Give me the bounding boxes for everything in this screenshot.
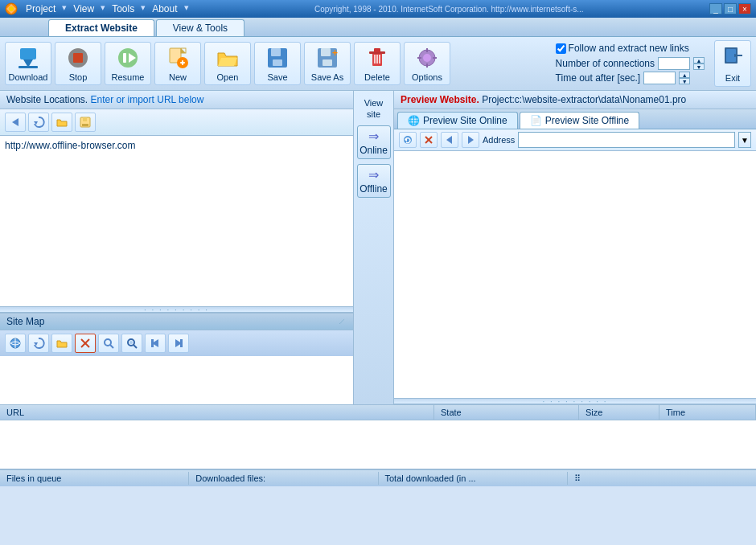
- sitemap-resize-handle[interactable]: ⟋: [337, 316, 347, 327]
- address-input[interactable]: [518, 132, 735, 148]
- menu-tools[interactable]: Tools: [107, 2, 139, 16]
- connections-row: Number of connections 9 ▲ ▼: [556, 57, 705, 70]
- preview-tabs: 🌐 Preview Site Online 📄 Preview Site Off…: [394, 109, 756, 129]
- svg-rect-8: [123, 53, 126, 63]
- delete-label: Delete: [364, 72, 390, 82]
- preview-online-icon: 🌐: [408, 115, 420, 126]
- follow-links-checkbox[interactable]: [556, 43, 566, 54]
- svg-marker-11: [181, 48, 186, 53]
- options-icon: [414, 45, 440, 71]
- exit-label: Exit: [725, 73, 740, 83]
- svg-rect-32: [426, 64, 428, 68]
- url-back-btn[interactable]: [5, 113, 26, 132]
- main-toolbar: Download Stop Resume: [0, 37, 756, 91]
- maximize-button[interactable]: □: [724, 3, 737, 14]
- sitemap-folder-btn[interactable]: [51, 334, 72, 353]
- url-toolbar: [0, 109, 353, 136]
- website-locations-hint: Enter or import URL below: [91, 94, 204, 105]
- stop-button[interactable]: Stop: [55, 42, 101, 85]
- timeout-input[interactable]: 60: [643, 72, 676, 84]
- sitemap-browse-btn[interactable]: [5, 334, 26, 353]
- tab-preview-offline[interactable]: 📄 Preview Site Offline: [520, 112, 640, 129]
- save-icon: [265, 45, 290, 71]
- open-button[interactable]: Open: [204, 42, 251, 85]
- follow-links-row: Follow and extract new links: [556, 43, 705, 54]
- url-refresh-btn[interactable]: [28, 113, 49, 132]
- resume-button[interactable]: Resume: [105, 42, 151, 85]
- resume-label: Resume: [112, 72, 145, 82]
- preview-title: Preview Website.: [401, 94, 479, 105]
- url-item: http://www.offline-browser.com: [3, 139, 350, 152]
- tab-preview-online-label: Preview Site Online: [423, 115, 507, 126]
- download-button[interactable]: Download: [5, 42, 51, 85]
- svg-rect-2: [20, 48, 36, 59]
- sitemap-forward-btn[interactable]: [168, 334, 189, 353]
- title-bar-left: Project ▾ View ▾ Tools ▾ About ▾: [5, 2, 189, 16]
- exit-button[interactable]: Exit: [714, 40, 751, 87]
- save-button[interactable]: Save: [254, 42, 301, 85]
- website-locations-header: Website Locations. Enter or import URL b…: [0, 91, 353, 109]
- addr-forward-btn[interactable]: [462, 132, 479, 148]
- left-divider: · · · · · · · · ·: [0, 306, 353, 313]
- svg-text:+: +: [332, 47, 338, 59]
- menu-view[interactable]: View: [68, 2, 99, 16]
- svg-rect-4: [18, 66, 38, 68]
- online-label: Online: [360, 145, 388, 156]
- table-rows: [0, 420, 756, 461]
- offline-button[interactable]: ⇒ Offline: [357, 164, 391, 198]
- addr-back-btn[interactable]: [441, 132, 458, 148]
- addr-refresh-btn[interactable]: [399, 132, 417, 148]
- sitemap-delete-btn[interactable]: [75, 334, 96, 353]
- save-as-button[interactable]: + Save As: [304, 42, 351, 85]
- url-list[interactable]: http://www.offline-browser.com: [0, 136, 353, 306]
- svg-rect-57: [180, 339, 183, 347]
- timeout-down[interactable]: ▼: [679, 78, 690, 84]
- connections-up[interactable]: ▲: [693, 57, 705, 64]
- preview-project-path: Project:c:\website-extractor\data\Noname…: [482, 94, 686, 105]
- timeout-spinner[interactable]: ▲ ▼: [679, 72, 690, 84]
- sitemap-refresh-btn[interactable]: [28, 334, 49, 353]
- new-button[interactable]: New: [154, 42, 201, 85]
- options-button[interactable]: Options: [404, 42, 450, 85]
- save-as-icon: +: [314, 45, 340, 71]
- download-label: Download: [9, 72, 48, 82]
- connections-down[interactable]: ▼: [693, 64, 705, 70]
- url-save-btn[interactable]: [75, 113, 96, 132]
- save-as-label: Save As: [311, 72, 343, 82]
- addr-stop-btn[interactable]: [420, 132, 438, 148]
- timeout-label: Time out after [sec.]: [556, 72, 641, 84]
- toolbar-right-controls: Follow and extract new links Number of c…: [556, 43, 705, 84]
- tab-extract-website[interactable]: Extract Website: [48, 19, 154, 36]
- sitemap-back-btn[interactable]: [145, 334, 166, 353]
- tab-preview-online[interactable]: 🌐 Preview Site Online: [397, 112, 518, 129]
- svg-rect-55: [151, 339, 154, 347]
- timeout-up[interactable]: ▲: [679, 72, 690, 78]
- col-time: Time: [659, 405, 756, 420]
- tab-view-tools[interactable]: View & Tools: [156, 19, 244, 36]
- col-url: URL: [0, 405, 434, 420]
- svg-marker-63: [468, 136, 474, 144]
- svg-rect-20: [321, 48, 331, 56]
- svg-rect-31: [426, 48, 428, 52]
- status-resize-handle[interactable]: ⠿: [568, 472, 756, 486]
- delete-button[interactable]: Delete: [354, 42, 401, 85]
- preview-panel: Preview Website. Project:c:\website-extr…: [394, 91, 756, 404]
- offline-arrow-icon: ⇒: [368, 167, 379, 182]
- sitemap-search-btn[interactable]: [98, 334, 119, 353]
- close-button[interactable]: ×: [738, 3, 751, 14]
- sitemap-find-btn[interactable]: [121, 334, 142, 353]
- connections-input[interactable]: 9: [658, 57, 690, 70]
- svg-marker-62: [446, 136, 452, 144]
- online-button[interactable]: ⇒ Online: [357, 125, 391, 159]
- menu-about[interactable]: About: [147, 2, 182, 16]
- options-label: Options: [412, 72, 442, 82]
- menu-project[interactable]: Project: [21, 2, 60, 16]
- svg-point-53: [129, 341, 133, 344]
- save-label: Save: [267, 72, 287, 82]
- url-folder-btn[interactable]: [51, 113, 72, 132]
- connections-spinner[interactable]: ▲ ▼: [693, 57, 705, 70]
- sitemap-content: [0, 356, 353, 404]
- svg-rect-34: [433, 57, 437, 59]
- address-dropdown[interactable]: ▼: [738, 132, 751, 148]
- minimize-button[interactable]: _: [709, 3, 722, 14]
